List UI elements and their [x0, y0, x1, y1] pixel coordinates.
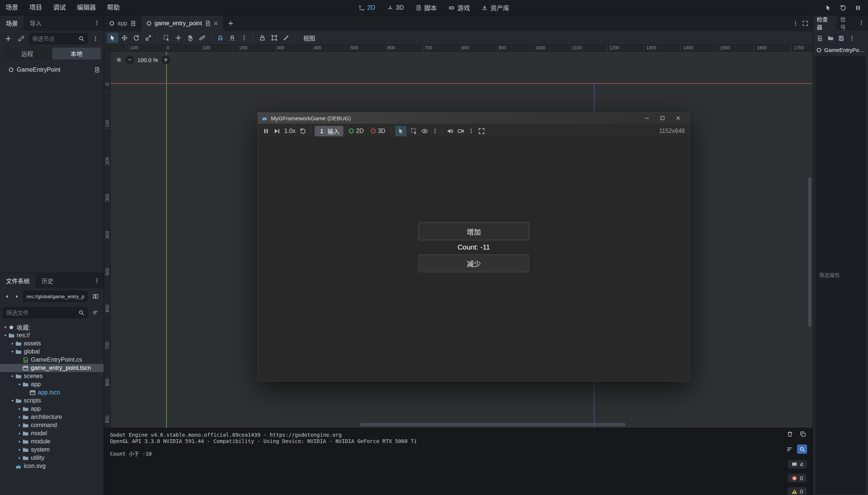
zoom-out-button[interactable]	[125, 55, 134, 64]
chevron-right-icon[interactable]	[17, 440, 22, 444]
instance-scene-button[interactable]	[16, 33, 26, 44]
rect-select-icon[interactable]	[411, 128, 417, 134]
tree-item-command[interactable]: command	[0, 421, 104, 429]
chevron-right-icon[interactable]	[17, 456, 22, 460]
tree-item-res-root[interactable]: res://	[0, 331, 104, 339]
maximize-button[interactable]	[655, 113, 670, 124]
skeleton-options-button[interactable]	[281, 33, 292, 43]
chevron-down-icon[interactable]	[3, 333, 8, 338]
warnings-badge[interactable]: 0	[788, 487, 807, 495]
grid-snap-button[interactable]	[227, 33, 238, 43]
scene-dock-menu[interactable]	[90, 16, 104, 30]
zoom-level[interactable]: 100.0 %	[137, 57, 158, 63]
add-node-button[interactable]	[3, 33, 13, 44]
chevron-down-icon[interactable]	[3, 325, 8, 329]
split-view-button[interactable]	[90, 291, 101, 302]
close-tab-icon[interactable]	[213, 21, 218, 26]
list-select-button[interactable]	[161, 33, 172, 43]
tab-import[interactable]: 导入	[24, 16, 48, 30]
chevron-down-icon[interactable]	[10, 399, 15, 403]
game-debug-window[interactable]: MyGFrameworkGame (DEBUG) 1.0x 输入 2D	[258, 112, 690, 381]
view-menu-button[interactable]: 视图	[299, 33, 320, 42]
clear-output-icon[interactable]	[787, 431, 793, 437]
path-input[interactable]	[26, 294, 84, 299]
workspace-game[interactable]: 游戏	[449, 3, 470, 12]
chevron-right-icon[interactable]	[17, 423, 22, 427]
ruler-tool-button[interactable]	[197, 33, 208, 43]
lock-selected-button[interactable]	[257, 33, 268, 43]
mode-3d-button[interactable]: 3D	[369, 128, 387, 134]
filter-files-field[interactable]	[3, 307, 88, 318]
camera-view-icon[interactable]	[421, 128, 428, 134]
chevron-right-icon[interactable]	[17, 432, 22, 436]
forward-button[interactable]	[13, 291, 20, 302]
tree-item-model[interactable]: model	[0, 429, 104, 437]
back-button[interactable]	[3, 291, 10, 302]
tree-item-assets[interactable]: assets	[0, 339, 104, 348]
path-field[interactable]	[23, 291, 88, 302]
tree-item-scripts-app[interactable]: app	[0, 405, 104, 413]
menu-scene[interactable]: 场景	[0, 0, 24, 16]
copy-output-icon[interactable]	[800, 431, 806, 437]
tab-signals[interactable]: 信号	[836, 16, 855, 30]
tree-item-global[interactable]: global	[0, 348, 104, 356]
scene-tree-node-root[interactable]: GameEntryPoint	[0, 64, 104, 76]
pick-cursor-icon[interactable]	[825, 4, 832, 11]
errors-badge[interactable]: 0	[788, 474, 807, 482]
smart-snap-button[interactable]	[215, 33, 226, 43]
audio-mute-icon[interactable]	[447, 128, 453, 134]
add-scene-tab-button[interactable]	[224, 16, 238, 31]
local-button[interactable]: 本地	[52, 48, 101, 59]
distraction-free-icon[interactable]	[802, 20, 808, 26]
tab-inspector[interactable]: 检查器	[813, 16, 836, 30]
chevron-right-icon[interactable]	[10, 342, 15, 346]
tree-item-system[interactable]: system	[0, 446, 104, 454]
tree-item-icon-svg[interactable]: icon.svg	[0, 462, 104, 470]
pause-icon[interactable]	[855, 4, 861, 11]
scene-tab-app[interactable]: app	[104, 16, 141, 31]
close-button[interactable]	[670, 113, 686, 124]
camera-override-icon[interactable]	[457, 128, 464, 134]
game-window-titlebar[interactable]: MyGFrameworkGame (DEBUG)	[258, 113, 690, 124]
pan-tool-button[interactable]	[185, 33, 196, 43]
horizontal-scrollbar[interactable]	[360, 423, 626, 426]
tree-options-button[interactable]	[90, 33, 101, 44]
chevron-down-icon[interactable]	[10, 374, 15, 378]
chevron-right-icon[interactable]	[17, 407, 22, 411]
select-tool-button[interactable]	[107, 33, 118, 43]
chevron-right-icon[interactable]	[17, 415, 22, 419]
tree-item-architecture[interactable]: architecture	[0, 413, 104, 421]
pick-options-kebab-icon[interactable]	[432, 128, 438, 134]
tree-item-utility[interactable]: utility	[0, 454, 104, 462]
tree-item-scripts[interactable]: scripts	[0, 397, 104, 405]
filter-properties-input[interactable]	[819, 272, 862, 278]
filter-properties-field[interactable]	[816, 56, 865, 494]
menu-project[interactable]: 项目	[24, 0, 48, 16]
load-resource-button[interactable]	[826, 33, 835, 43]
group-selected-button[interactable]	[269, 33, 280, 43]
decrease-button[interactable]: 减少	[418, 254, 529, 272]
menu-debug[interactable]: 调试	[48, 0, 71, 16]
resource-options-button[interactable]	[847, 33, 857, 43]
tab-scene[interactable]: 场景	[0, 16, 24, 30]
tab-filesystem[interactable]: 文件系统	[0, 273, 36, 288]
tree-item-gameentrypoint-cs[interactable]: GameEntryPoint.cs	[0, 356, 104, 364]
minimize-button[interactable]	[639, 113, 655, 124]
inspector-dock-menu[interactable]	[855, 16, 868, 30]
remote-button[interactable]: 远程	[3, 48, 52, 59]
speed-select[interactable]: 1.0x	[284, 128, 295, 134]
workspace-2d[interactable]: 2D	[359, 4, 375, 12]
restart-icon[interactable]	[840, 4, 846, 11]
suspend-icon[interactable]	[263, 128, 269, 134]
menu-editor[interactable]: 编辑器	[71, 0, 101, 16]
reset-speed-icon[interactable]	[299, 128, 306, 134]
vertical-scrollbar[interactable]	[808, 178, 812, 327]
search-output-button[interactable]	[797, 444, 807, 454]
attached-script-icon[interactable]	[94, 67, 100, 73]
sort-files-button[interactable]	[90, 307, 101, 318]
menu-help[interactable]: 帮助	[101, 0, 125, 16]
filter-files-input[interactable]	[6, 310, 76, 316]
chevron-right-icon[interactable]	[17, 448, 22, 452]
fullscreen-icon[interactable]	[478, 128, 485, 134]
tab-list-kebab-icon[interactable]	[793, 20, 799, 26]
